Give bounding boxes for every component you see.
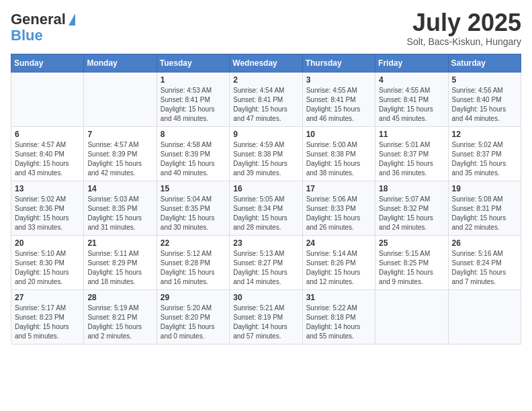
day-info: Sunrise: 4:54 AM Sunset: 8:41 PM Dayligh… bbox=[233, 86, 298, 124]
calendar-cell: 18Sunrise: 5:07 AM Sunset: 8:32 PM Dayli… bbox=[375, 181, 448, 236]
day-number: 13 bbox=[15, 184, 80, 193]
day-number: 1 bbox=[161, 75, 226, 85]
day-info: Sunrise: 5:20 AM Sunset: 8:20 PM Dayligh… bbox=[161, 304, 226, 341]
calendar-cell bbox=[84, 73, 157, 127]
calendar-cell bbox=[375, 290, 448, 345]
calendar-cell: 21Sunrise: 5:11 AM Sunset: 8:29 PM Dayli… bbox=[84, 236, 157, 290]
calendar-cell: 4Sunrise: 4:55 AM Sunset: 8:41 PM Daylig… bbox=[375, 73, 448, 127]
day-number: 19 bbox=[452, 184, 517, 193]
calendar-cell: 31Sunrise: 5:22 AM Sunset: 8:18 PM Dayli… bbox=[302, 290, 375, 345]
day-number: 24 bbox=[306, 238, 371, 248]
calendar-cell: 27Sunrise: 5:17 AM Sunset: 8:23 PM Dayli… bbox=[11, 290, 84, 345]
logo-triangle-icon bbox=[69, 13, 75, 26]
calendar-cell: 26Sunrise: 5:16 AM Sunset: 8:24 PM Dayli… bbox=[448, 236, 521, 290]
day-info: Sunrise: 5:12 AM Sunset: 8:28 PM Dayligh… bbox=[161, 249, 226, 287]
calendar-cell: 3Sunrise: 4:55 AM Sunset: 8:41 PM Daylig… bbox=[302, 73, 375, 127]
day-number: 5 bbox=[452, 75, 517, 85]
day-number: 7 bbox=[87, 130, 152, 139]
calendar-cell: 28Sunrise: 5:19 AM Sunset: 8:21 PM Dayli… bbox=[84, 290, 157, 345]
day-number: 27 bbox=[15, 293, 80, 302]
day-number: 18 bbox=[379, 184, 444, 193]
page-header: General Blue July 2025 Solt, Bacs-Kiskun… bbox=[11, 11, 521, 47]
logo-general: General bbox=[11, 11, 66, 28]
calendar-header-wednesday: Wednesday bbox=[230, 54, 302, 73]
calendar-header-tuesday: Tuesday bbox=[157, 54, 229, 73]
calendar-cell: 10Sunrise: 5:00 AM Sunset: 8:38 PM Dayli… bbox=[302, 127, 375, 181]
calendar-cell: 8Sunrise: 4:58 AM Sunset: 8:39 PM Daylig… bbox=[157, 127, 229, 181]
calendar-cell bbox=[11, 73, 84, 127]
day-info: Sunrise: 5:02 AM Sunset: 8:36 PM Dayligh… bbox=[15, 195, 80, 232]
day-info: Sunrise: 5:21 AM Sunset: 8:19 PM Dayligh… bbox=[233, 304, 298, 341]
calendar-cell: 23Sunrise: 5:13 AM Sunset: 8:27 PM Dayli… bbox=[230, 236, 302, 290]
calendar-header-saturday: Saturday bbox=[448, 54, 521, 73]
day-number: 30 bbox=[233, 293, 298, 302]
calendar-cell: 9Sunrise: 4:59 AM Sunset: 8:38 PM Daylig… bbox=[230, 127, 302, 181]
day-info: Sunrise: 5:00 AM Sunset: 8:38 PM Dayligh… bbox=[306, 140, 371, 178]
day-number: 16 bbox=[233, 184, 298, 193]
calendar-cell: 12Sunrise: 5:02 AM Sunset: 8:37 PM Dayli… bbox=[448, 127, 521, 181]
calendar-cell: 24Sunrise: 5:14 AM Sunset: 8:26 PM Dayli… bbox=[302, 236, 375, 290]
day-info: Sunrise: 5:22 AM Sunset: 8:18 PM Dayligh… bbox=[306, 304, 371, 341]
day-info: Sunrise: 5:19 AM Sunset: 8:21 PM Dayligh… bbox=[87, 304, 152, 341]
day-number: 26 bbox=[452, 238, 517, 248]
day-info: Sunrise: 5:06 AM Sunset: 8:33 PM Dayligh… bbox=[306, 195, 371, 232]
calendar-cell: 22Sunrise: 5:12 AM Sunset: 8:28 PM Dayli… bbox=[157, 236, 229, 290]
day-number: 12 bbox=[452, 130, 517, 139]
calendar-cell: 30Sunrise: 5:21 AM Sunset: 8:19 PM Dayli… bbox=[230, 290, 302, 345]
day-number: 29 bbox=[161, 293, 226, 302]
calendar-cell: 20Sunrise: 5:10 AM Sunset: 8:30 PM Dayli… bbox=[11, 236, 84, 290]
calendar-week-1: 1Sunrise: 4:53 AM Sunset: 8:41 PM Daylig… bbox=[11, 73, 521, 127]
day-info: Sunrise: 5:15 AM Sunset: 8:25 PM Dayligh… bbox=[379, 249, 444, 287]
day-info: Sunrise: 4:57 AM Sunset: 8:39 PM Dayligh… bbox=[87, 140, 152, 178]
calendar-cell: 17Sunrise: 5:06 AM Sunset: 8:33 PM Dayli… bbox=[302, 181, 375, 236]
day-number: 6 bbox=[15, 130, 80, 139]
calendar-cell: 15Sunrise: 5:04 AM Sunset: 8:35 PM Dayli… bbox=[157, 181, 229, 236]
location-subtitle: Solt, Bacs-Kiskun, Hungary bbox=[407, 36, 521, 47]
day-info: Sunrise: 5:05 AM Sunset: 8:34 PM Dayligh… bbox=[233, 195, 298, 232]
day-number: 3 bbox=[306, 75, 371, 85]
day-number: 25 bbox=[379, 238, 444, 248]
calendar-cell: 25Sunrise: 5:15 AM Sunset: 8:25 PM Dayli… bbox=[375, 236, 448, 290]
logo-blue: Blue bbox=[11, 27, 43, 44]
day-number: 2 bbox=[233, 75, 298, 85]
calendar-header-monday: Monday bbox=[84, 54, 157, 73]
day-info: Sunrise: 5:04 AM Sunset: 8:35 PM Dayligh… bbox=[161, 195, 226, 232]
day-info: Sunrise: 5:10 AM Sunset: 8:30 PM Dayligh… bbox=[15, 249, 80, 287]
day-number: 4 bbox=[379, 75, 444, 85]
day-info: Sunrise: 5:01 AM Sunset: 8:37 PM Dayligh… bbox=[379, 140, 444, 178]
calendar-cell: 2Sunrise: 4:54 AM Sunset: 8:41 PM Daylig… bbox=[230, 73, 302, 127]
calendar-week-2: 6Sunrise: 4:57 AM Sunset: 8:40 PM Daylig… bbox=[11, 127, 521, 181]
calendar-cell: 29Sunrise: 5:20 AM Sunset: 8:20 PM Dayli… bbox=[157, 290, 229, 345]
calendar-header-row: SundayMondayTuesdayWednesdayThursdayFrid… bbox=[11, 54, 521, 73]
day-number: 23 bbox=[233, 238, 298, 248]
day-info: Sunrise: 4:58 AM Sunset: 8:39 PM Dayligh… bbox=[161, 140, 226, 178]
logo: General Blue bbox=[11, 11, 75, 44]
day-info: Sunrise: 4:56 AM Sunset: 8:40 PM Dayligh… bbox=[452, 86, 517, 124]
day-number: 15 bbox=[161, 184, 226, 193]
day-number: 28 bbox=[87, 293, 152, 302]
month-year-title: July 2025 bbox=[407, 11, 521, 35]
day-info: Sunrise: 5:02 AM Sunset: 8:37 PM Dayligh… bbox=[452, 140, 517, 178]
day-info: Sunrise: 5:16 AM Sunset: 8:24 PM Dayligh… bbox=[452, 249, 517, 287]
calendar-cell: 11Sunrise: 5:01 AM Sunset: 8:37 PM Dayli… bbox=[375, 127, 448, 181]
day-info: Sunrise: 5:03 AM Sunset: 8:35 PM Dayligh… bbox=[87, 195, 152, 232]
day-info: Sunrise: 5:14 AM Sunset: 8:26 PM Dayligh… bbox=[306, 249, 371, 287]
calendar-cell: 13Sunrise: 5:02 AM Sunset: 8:36 PM Dayli… bbox=[11, 181, 84, 236]
day-number: 10 bbox=[306, 130, 371, 139]
day-info: Sunrise: 4:55 AM Sunset: 8:41 PM Dayligh… bbox=[379, 86, 444, 124]
day-info: Sunrise: 4:59 AM Sunset: 8:38 PM Dayligh… bbox=[233, 140, 298, 178]
calendar-header-sunday: Sunday bbox=[11, 54, 84, 73]
day-info: Sunrise: 5:07 AM Sunset: 8:32 PM Dayligh… bbox=[379, 195, 444, 232]
calendar-cell: 16Sunrise: 5:05 AM Sunset: 8:34 PM Dayli… bbox=[230, 181, 302, 236]
day-info: Sunrise: 4:55 AM Sunset: 8:41 PM Dayligh… bbox=[306, 86, 371, 124]
day-info: Sunrise: 4:53 AM Sunset: 8:41 PM Dayligh… bbox=[161, 86, 226, 124]
day-info: Sunrise: 5:11 AM Sunset: 8:29 PM Dayligh… bbox=[87, 249, 152, 287]
day-number: 9 bbox=[233, 130, 298, 139]
day-number: 17 bbox=[306, 184, 371, 193]
day-number: 14 bbox=[87, 184, 152, 193]
calendar-cell bbox=[448, 290, 521, 345]
calendar-cell: 6Sunrise: 4:57 AM Sunset: 8:40 PM Daylig… bbox=[11, 127, 84, 181]
calendar-table: SundayMondayTuesdayWednesdayThursdayFrid… bbox=[11, 54, 521, 345]
calendar-header-thursday: Thursday bbox=[302, 54, 375, 73]
day-number: 20 bbox=[15, 238, 80, 248]
